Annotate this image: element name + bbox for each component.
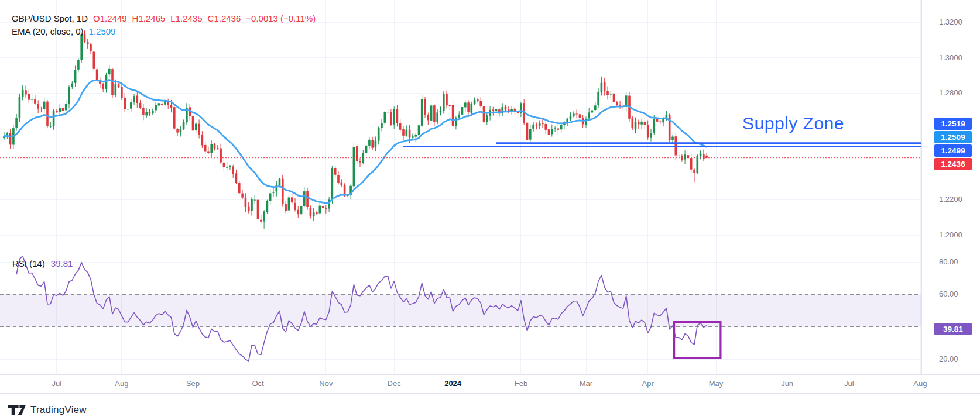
time-tick-label: 2024 (444, 379, 461, 388)
time-tick-label: Oct (252, 379, 263, 388)
time-tick-label: May (709, 379, 724, 388)
rsi-tick-label: 60.00 (939, 290, 958, 298)
tradingview-chart-window: GBP/USD Spot, 1DO1.2449H1.2465L1.2435C1.… (0, 0, 980, 420)
chart-canvas[interactable] (0, 0, 980, 420)
time-tick-label: Jul (844, 379, 854, 388)
time-tick-label: Dec (388, 379, 401, 388)
tradingview-logo-text: TradingView (30, 404, 87, 416)
rsi-tick-label: 80.00 (939, 257, 958, 266)
symbol-legend-row[interactable]: GBP/USD Spot, 1DO1.2449H1.2465L1.2435C1.… (12, 12, 316, 25)
price-tick-label: 1.3200 (939, 18, 962, 26)
price-tick-label: 1.3000 (939, 53, 962, 62)
supply-zone-label[interactable]: Supply Zone (742, 113, 844, 133)
ohlc-close: C1.2436 (208, 13, 241, 23)
time-tick-label: Jul (52, 379, 62, 388)
time-tick-label: Jun (781, 379, 793, 388)
price-tick-label: 1.2800 (939, 88, 962, 97)
time-tick-label: Apr (642, 379, 654, 388)
price-axis-badge: 1.2509 (934, 131, 972, 143)
price-tick-label: 1.2000 (939, 230, 962, 239)
ema-legend-row[interactable]: EMA (20, close, 0)1.2509 (12, 25, 316, 38)
ohlc-low: L1.2435 (170, 13, 202, 23)
ohlc-high: H1.2465 (132, 13, 166, 23)
price-axis-badge: 1.2499 (934, 144, 972, 157)
price-axis-badge: 1.2519 (934, 118, 972, 130)
ema-label[interactable]: EMA (20, close, 0) (12, 26, 84, 36)
time-tick-label: Sep (186, 379, 200, 388)
rsi-label[interactable]: RSI (14) (12, 259, 45, 268)
tradingview-attribution[interactable]: TradingView (8, 403, 87, 417)
time-tick-label: Mar (580, 379, 592, 388)
time-tick-label: Aug (115, 379, 128, 388)
rsi-legend-row[interactable]: RSI (14)39.81 (12, 259, 73, 268)
tradingview-logo-icon (8, 403, 26, 417)
ohlc-open: O1.2449 (93, 13, 127, 23)
price-axis-badge: 1.2436 (934, 158, 972, 170)
time-tick-label: Feb (515, 379, 527, 388)
price-axis-badge: 39.81 (934, 323, 972, 335)
rsi-value: 39.81 (51, 259, 73, 268)
symbol-title[interactable]: GBP/USD Spot, 1D (12, 13, 88, 23)
time-tick-label: Nov (319, 379, 333, 388)
rsi-tick-label: 20.00 (939, 354, 958, 363)
symbol-legend[interactable]: GBP/USD Spot, 1DO1.2449H1.2465L1.2435C1.… (12, 12, 316, 38)
ohlc-change: −0.0013 (−0.11%) (246, 13, 316, 23)
ema-value: 1.2509 (89, 26, 116, 36)
price-tick-label: 1.2200 (939, 195, 962, 204)
time-tick-label: Aug (913, 379, 927, 388)
